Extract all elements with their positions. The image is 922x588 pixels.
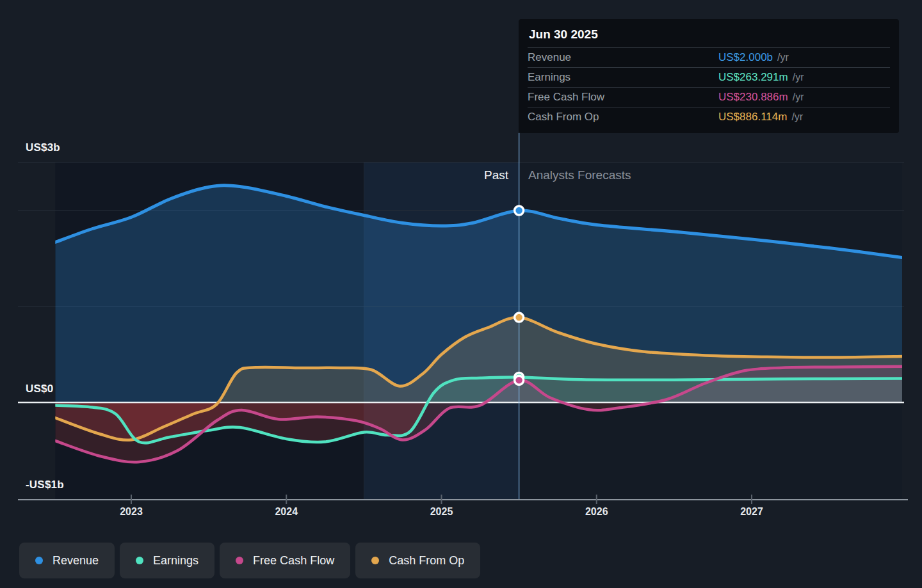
tooltip-rows: RevenueUS$2.000b/yrEarningsUS$263.291m/y… [519, 47, 899, 127]
tooltip-row-free-cash-flow: Free Cash FlowUS$230.886m/yr [528, 87, 890, 107]
legend-dot-icon [236, 557, 243, 564]
x-axis-label-2027: 2027 [726, 506, 777, 518]
legend-label: Free Cash Flow [253, 554, 334, 568]
tooltip-date: Jun 30 2025 [519, 19, 899, 47]
y-axis-label-0: US$0 [26, 383, 53, 395]
tooltip-row-suffix: /yr [777, 52, 789, 63]
tooltip-row-suffix: /yr [793, 72, 804, 83]
tooltip-row-label: Free Cash Flow [528, 91, 718, 104]
legend-dot-icon [35, 557, 43, 564]
earnings-revenue-growth-chart: US$3b US$0 -US$1b 20232024202520262027 P… [0, 0, 922, 588]
legend-dot-icon [136, 557, 143, 564]
tooltip-row-earnings: EarningsUS$263.291m/yr [528, 67, 890, 87]
legend-toggle-revenue[interactable]: Revenue [19, 543, 115, 578]
y-axis-label-3b: US$3b [26, 141, 60, 154]
chart-legend: RevenueEarningsFree Cash FlowCash From O… [19, 543, 480, 578]
legend-dot-icon [371, 557, 379, 564]
marker-revenue[interactable] [515, 206, 524, 215]
tooltip-row-suffix: /yr [791, 111, 803, 123]
tooltip-row-value: US$886.114m [718, 111, 787, 123]
legend-toggle-cash-from-op[interactable]: Cash From Op [355, 543, 480, 578]
tooltip-row-cash-from-op: Cash From OpUS$886.114m/yr [528, 107, 890, 127]
y-axis-label-neg1b: -US$1b [26, 479, 64, 491]
chart-tooltip: Jun 30 2025 RevenueUS$2.000b/yrEarningsU… [519, 19, 899, 133]
legend-label: Revenue [53, 554, 99, 568]
x-axis-label-2023: 2023 [106, 506, 157, 518]
tooltip-row-suffix: /yr [793, 91, 804, 103]
tooltip-row-value: US$230.886m [718, 91, 788, 104]
legend-label: Cash From Op [389, 554, 464, 568]
tooltip-row-value: US$263.291m [718, 71, 788, 84]
tooltip-row-label: Cash From Op [528, 111, 718, 123]
legend-toggle-earnings[interactable]: Earnings [120, 543, 214, 578]
analysts-forecasts-label: Analysts Forecasts [528, 168, 631, 182]
legend-label: Earnings [153, 554, 198, 568]
marker-free-cash-flow[interactable] [515, 376, 524, 385]
tooltip-row-value: US$2.000b [718, 51, 773, 64]
x-axis-label-2025: 2025 [416, 506, 467, 518]
past-label: Past [0, 168, 508, 182]
legend-toggle-free-cash-flow[interactable]: Free Cash Flow [220, 543, 350, 578]
x-axis-label-2024: 2024 [261, 506, 312, 518]
tooltip-row-revenue: RevenueUS$2.000b/yr [528, 47, 890, 67]
tooltip-row-label: Earnings [528, 71, 718, 84]
marker-cash-from-op[interactable] [515, 313, 524, 322]
x-axis-label-2026: 2026 [571, 506, 622, 518]
tooltip-row-label: Revenue [528, 51, 718, 64]
